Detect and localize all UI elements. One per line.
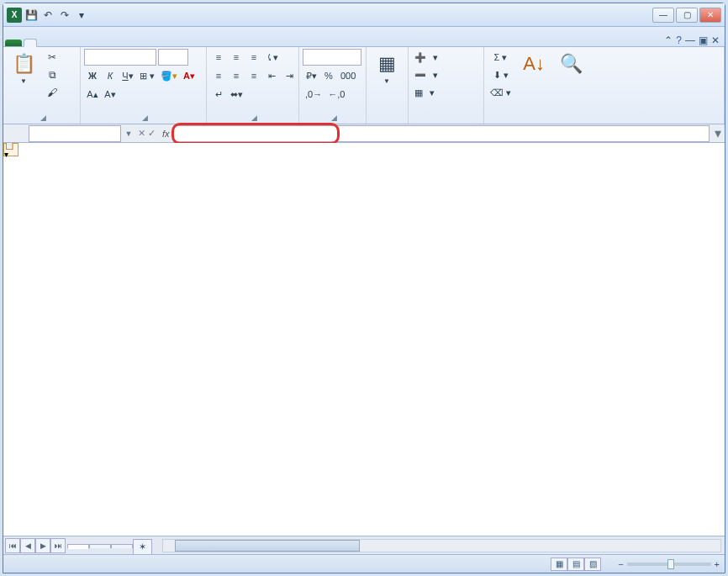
number-format-combo[interactable]	[303, 49, 361, 66]
doc-restore-icon[interactable]: ▣	[699, 34, 708, 46]
wrap-text-icon[interactable]: ↵	[210, 86, 227, 103]
delete-cells-button[interactable]: ➖ ▾	[412, 66, 483, 83]
percent-icon[interactable]: %	[320, 67, 337, 84]
zoom-in-icon[interactable]: +	[715, 559, 720, 569]
undo-icon[interactable]: ↶	[40, 8, 55, 23]
sort-icon: A↓	[520, 50, 547, 77]
tab-abbyy[interactable]	[143, 40, 155, 46]
dec-decimal-icon[interactable]: ←,0	[325, 86, 347, 103]
inc-decimal-icon[interactable]: ,0→	[303, 86, 324, 103]
excel-icon: X	[7, 8, 22, 23]
doc-min-icon[interactable]: —	[685, 34, 695, 46]
view-pagebreak-icon[interactable]: ▧	[584, 558, 601, 571]
italic-button[interactable]: К	[102, 67, 119, 84]
indent-dec-icon[interactable]: ⇤	[263, 67, 280, 84]
cancel-formula-icon[interactable]: ⨯	[138, 128, 145, 139]
bold-button[interactable]: Ж	[84, 67, 101, 84]
paste-options-icon[interactable]: 📋▾	[3, 143, 18, 156]
shrink-font-icon[interactable]: A▾	[102, 86, 119, 103]
tab-data[interactable]	[72, 40, 84, 46]
indent-inc-icon[interactable]: ⇥	[281, 67, 298, 84]
tab-formulas[interactable]	[61, 40, 72, 46]
doc-close-icon[interactable]: ✕	[711, 34, 720, 46]
align-top-icon[interactable]: ≡	[210, 49, 227, 66]
format-cell-icon: ▦	[414, 87, 423, 98]
horizontal-scrollbar[interactable]	[162, 539, 721, 552]
tab-layout[interactable]	[49, 40, 61, 46]
view-normal-icon[interactable]: ▦	[551, 558, 567, 571]
font-size-combo[interactable]	[158, 49, 188, 66]
insert-cells-button[interactable]: ➕ ▾	[412, 49, 483, 66]
merge-icon[interactable]: ⬌▾	[228, 86, 245, 103]
fill-color-button[interactable]: 🪣▾	[158, 67, 180, 84]
zoom-slider[interactable]	[627, 563, 711, 566]
new-sheet-button[interactable]: ✶	[133, 539, 152, 554]
zoom-out-icon[interactable]: −	[618, 559, 623, 569]
font-color-button[interactable]: A▾	[181, 67, 198, 84]
minimize-ribbon-icon[interactable]: ⌃	[664, 34, 673, 46]
ribbon-tabs: ⌃ ? — ▣ ✕	[3, 27, 725, 47]
app-window: X 💾 ↶ ↷ ▾ — ▢ ✕ ⌃ ? — ▣ ✕	[3, 3, 725, 573]
align-center-icon[interactable]: ≡	[228, 67, 245, 84]
currency-icon[interactable]: ₽▾	[303, 67, 319, 84]
paste-button[interactable]: 📋 ▼	[7, 49, 40, 87]
find-icon: 🔍	[557, 50, 584, 77]
fx-icon[interactable]: fx	[159, 129, 173, 139]
format-cells-button[interactable]: ▦ ▾	[412, 84, 483, 101]
underline-button[interactable]: Ч ▾	[119, 67, 136, 84]
help-icon[interactable]: ?	[676, 34, 682, 46]
titlebar: X 💾 ↶ ↷ ▾ — ▢ ✕	[3, 3, 725, 27]
formula-input[interactable]	[173, 125, 710, 142]
formula-highlight	[171, 123, 340, 145]
save-icon[interactable]: 💾	[24, 8, 39, 23]
tab-addins[interactable]	[119, 40, 131, 46]
align-bot-icon[interactable]: ≡	[245, 49, 262, 66]
spreadsheet-grid[interactable]: 📋▾	[3, 143, 725, 536]
align-mid-icon[interactable]: ≡	[228, 49, 245, 66]
tab-view[interactable]	[96, 40, 108, 46]
sheet-tab-1[interactable]	[67, 544, 89, 549]
copy-icon[interactable]: ⧉	[44, 66, 61, 83]
fill-icon[interactable]: ⬇ ▾	[488, 66, 514, 83]
delete-cell-icon: ➖	[414, 70, 426, 81]
find-select-button[interactable]: 🔍	[554, 49, 588, 79]
tab-review[interactable]	[84, 40, 96, 46]
zoom-control[interactable]: − +	[615, 559, 720, 569]
tab-developer[interactable]	[108, 40, 119, 46]
sheet-nav-first-icon[interactable]: ⏮	[5, 538, 20, 553]
tab-foxit[interactable]	[131, 40, 143, 46]
styles-button[interactable]: ▦ ▼	[370, 49, 404, 87]
redo-icon[interactable]: ↷	[57, 8, 72, 23]
enter-formula-icon[interactable]: ✓	[148, 128, 156, 139]
format-painter-icon[interactable]: 🖌	[44, 84, 61, 101]
grow-font-icon[interactable]: A▴	[84, 86, 101, 103]
maximize-button[interactable]: ▢	[676, 8, 698, 23]
comma-icon[interactable]: 000	[338, 67, 358, 84]
sheet-nav-next-icon[interactable]: ▶	[35, 538, 50, 553]
sort-filter-button[interactable]: A↓	[517, 49, 551, 79]
border-button[interactable]: ⊞ ▾	[137, 67, 157, 84]
sheet-nav-prev-icon[interactable]: ◀	[20, 538, 35, 553]
tab-home[interactable]	[24, 39, 37, 47]
cut-icon[interactable]: ✂	[44, 49, 61, 66]
sheet-tab-2[interactable]	[89, 544, 111, 548]
align-left-icon[interactable]: ≡	[210, 67, 227, 84]
name-box-dropdown[interactable]: ▼	[123, 129, 135, 138]
sheet-tab-3[interactable]	[111, 544, 133, 548]
font-name-combo[interactable]	[84, 49, 156, 66]
close-button[interactable]: ✕	[699, 8, 721, 23]
autosum-icon[interactable]: Σ ▾	[488, 49, 514, 66]
tab-insert[interactable]	[37, 40, 49, 46]
clear-icon[interactable]: ⌫ ▾	[488, 84, 514, 101]
status-bar: ▦ ▤ ▧ − +	[3, 554, 725, 573]
formula-expand-icon[interactable]: ▾	[711, 125, 725, 141]
name-box[interactable]	[29, 125, 121, 142]
minimize-button[interactable]: —	[652, 8, 674, 23]
sheet-nav-last-icon[interactable]: ⏭	[50, 538, 66, 553]
view-layout-icon[interactable]: ▤	[567, 558, 584, 571]
file-tab[interactable]	[5, 40, 22, 46]
orientation-icon[interactable]: ⤹▾	[263, 49, 281, 66]
align-right-icon[interactable]: ≡	[245, 67, 262, 84]
qat-dropdown-icon[interactable]: ▾	[74, 8, 89, 23]
quick-access-toolbar: X 💾 ↶ ↷ ▾	[7, 8, 89, 23]
